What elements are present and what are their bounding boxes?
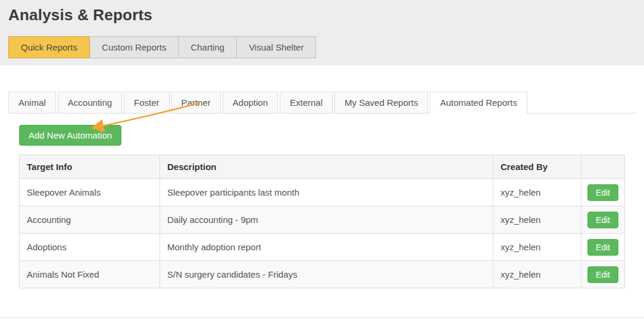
quick-reports-tabbar: Quick ReportsCustom ReportsChartingVisua…	[8, 36, 636, 58]
column-header-created-by: Created By	[493, 155, 581, 179]
cell-created-by: xyz_helen	[493, 234, 581, 261]
tab-my-saved-reports[interactable]: My Saved Reports	[334, 92, 428, 114]
cell-target-info: Adoptions	[20, 234, 160, 261]
quick-tab-visual-shelter[interactable]: Visual Shelter	[236, 36, 316, 58]
table-row: Animals Not FixedS/N surgery candidates …	[20, 261, 625, 288]
tab-animal[interactable]: Animal	[8, 92, 56, 114]
cell-target-info: Animals Not Fixed	[20, 261, 160, 288]
quick-tab-custom-reports[interactable]: Custom Reports	[89, 36, 179, 58]
table-header-row: Target InfoDescriptionCreated By	[20, 155, 625, 179]
tab-foster[interactable]: Foster	[124, 92, 170, 114]
cell-actions: Edit	[581, 206, 624, 234]
automated-reports-panel: Add New Automation Target InfoDescriptio…	[8, 114, 636, 288]
tab-external[interactable]: External	[280, 92, 333, 114]
page-bottom-divider	[0, 317, 644, 317]
main-content: AnimalAccountingFosterPartnerAdoptionExt…	[0, 92, 644, 288]
cell-actions: Edit	[581, 179, 624, 206]
cell-description: Sleepover participants last month	[160, 179, 493, 206]
cell-description: Monthly adoption report	[160, 234, 493, 261]
report-tabbar: AnimalAccountingFosterPartnerAdoptionExt…	[8, 92, 636, 114]
tab-partner[interactable]: Partner	[171, 92, 221, 114]
page-header: Analysis & Reports Quick ReportsCustom R…	[0, 0, 644, 65]
column-header-actions	[581, 155, 624, 179]
cell-target-info: Accounting	[20, 206, 160, 234]
tab-automated-reports[interactable]: Automated Reports	[430, 92, 527, 114]
page-title: Analysis & Reports	[8, 6, 636, 24]
cell-description: Daily accounting - 9pm	[160, 206, 493, 234]
table-header: Target InfoDescriptionCreated By	[20, 155, 625, 179]
edit-button[interactable]: Edit	[587, 266, 618, 283]
edit-button[interactable]: Edit	[587, 184, 618, 201]
automations-table: Target InfoDescriptionCreated By Sleepov…	[19, 155, 625, 288]
quick-tab-quick-reports[interactable]: Quick Reports	[8, 36, 90, 58]
table-row: AdoptionsMonthly adoption reportxyz_hele…	[20, 234, 625, 261]
table-row: Sleepover AnimalsSleepover participants …	[20, 179, 625, 206]
tab-accounting[interactable]: Accounting	[58, 92, 122, 114]
tab-adoption[interactable]: Adoption	[223, 92, 278, 114]
edit-button[interactable]: Edit	[587, 212, 618, 228]
column-header-target-info: Target Info	[20, 155, 160, 179]
column-header-description: Description	[160, 155, 493, 179]
table-row: AccountingDaily accounting - 9pmxyz_hele…	[20, 206, 625, 234]
cell-created-by: xyz_helen	[493, 261, 581, 288]
cell-description: S/N surgery candidates - Fridays	[160, 261, 493, 288]
cell-actions: Edit	[581, 234, 624, 261]
cell-actions: Edit	[581, 261, 624, 288]
table-body: Sleepover AnimalsSleepover participants …	[20, 179, 625, 288]
quick-tab-charting[interactable]: Charting	[178, 36, 237, 58]
add-new-automation-button[interactable]: Add New Automation	[19, 125, 121, 146]
cell-target-info: Sleepover Animals	[20, 179, 160, 206]
cell-created-by: xyz_helen	[493, 206, 581, 234]
edit-button[interactable]: Edit	[587, 239, 618, 256]
cell-created-by: xyz_helen	[493, 179, 581, 206]
